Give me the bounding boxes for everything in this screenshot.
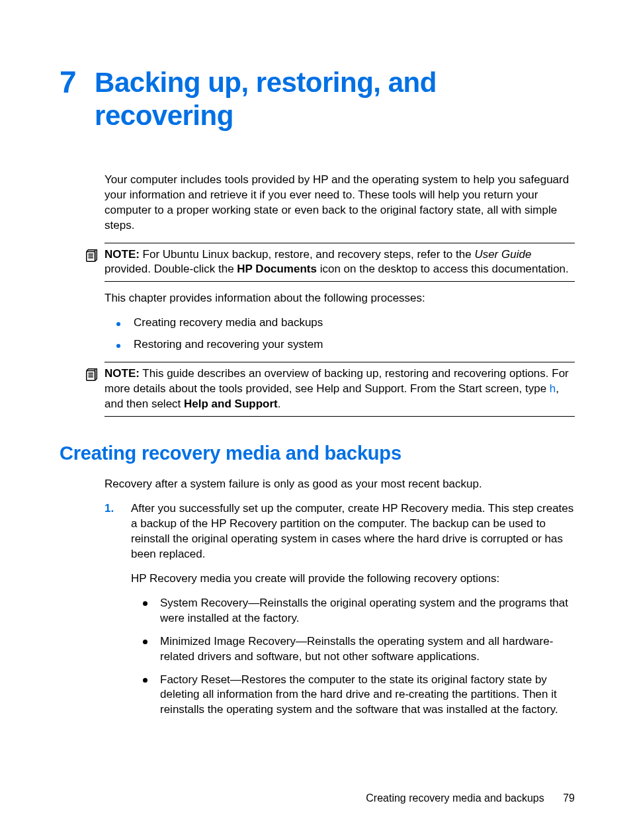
note-icon [85,368,101,387]
section-body: Recovery after a system failure is only … [105,477,575,718]
recovery-options-list: System Recovery—Reinstalls the original … [131,596,575,718]
note1-bold: HP Documents [237,263,317,275]
steps-list: After you successfully set up the comput… [105,501,575,718]
note2-post: . [278,398,281,410]
note1-italic: User Guide [474,248,531,261]
section-title: Creating recovery media and backups [60,441,575,466]
note-label: NOTE: [105,367,140,380]
list-item: System Recovery—Reinstalls the original … [131,596,575,626]
note-text-2: NOTE: This guide describes an overview o… [105,366,575,412]
intro-paragraph: Your computer includes tools provided by… [105,173,575,233]
list-item: Creating recovery media and backups [105,315,575,331]
note2-pre: This guide describes an overview of back… [105,367,569,395]
processes-list: Creating recovery media and backups Rest… [105,315,575,353]
note1-mid: provided. Double-click the [105,263,237,275]
processes-lead: This chapter provides information about … [105,291,575,306]
page-footer: Creating recovery media and backups 79 [366,791,575,806]
list-item: Restoring and recovering your system [105,337,575,353]
processes-block: This chapter provides information about … [105,291,575,353]
note-icon [85,249,101,268]
note2-bold: Help and Support [184,398,278,410]
list-item: Factory Reset—Restores the computer to t… [131,673,575,718]
note-text-1: NOTE: For Ubuntu Linux backup, restore, … [105,247,575,278]
step1-para1: After you successfully set up the comput… [131,501,575,562]
page-number: 79 [563,792,575,804]
chapter-title: Backing up, restoring, and recovering [95,66,575,133]
chapter-number: 7 [60,66,76,99]
note1-post: icon on the desktop to access this docum… [317,263,569,275]
list-item: Minimized Image Recovery—Reinstalls the … [131,634,575,665]
footer-text: Creating recovery media and backups [366,792,544,804]
document-page: 7 Backing up, restoring, and recovering … [0,0,631,840]
intro-block: Your computer includes tools provided by… [105,173,575,233]
note1-pre: For Ubuntu Linux backup, restore, and re… [140,248,474,261]
note-block-1: NOTE: For Ubuntu Linux backup, restore, … [105,243,575,282]
step1-para2: HP Recovery media you create will provid… [131,571,575,587]
svg-rect-0 [87,251,95,261]
section-intro: Recovery after a system failure is only … [105,477,575,492]
step-1: After you successfully set up the comput… [105,501,575,718]
note2-h: h [550,382,556,395]
note-label: NOTE: [105,248,140,261]
note-block-2: NOTE: This guide describes an overview o… [105,362,575,417]
svg-rect-1 [87,371,95,381]
chapter-heading: 7 Backing up, restoring, and recovering [60,66,575,133]
